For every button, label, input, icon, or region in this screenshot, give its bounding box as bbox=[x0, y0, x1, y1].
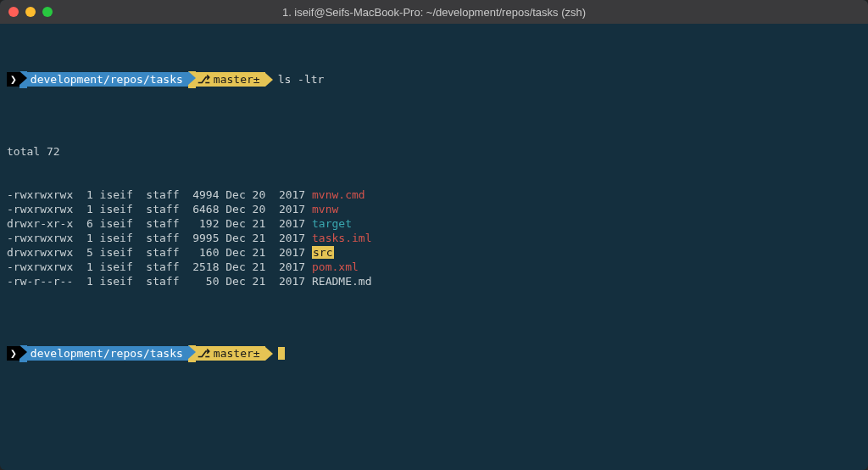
titlebar: 1. iseif@Seifs-MacBook-Pro: ~/developmen… bbox=[0, 0, 868, 24]
list-row: drwxrwxrwx 5 iseif staff 160 Dec 21 2017… bbox=[7, 245, 861, 260]
branch-segment: ⎇master± bbox=[196, 346, 265, 361]
file-meta: drwxr-xr-x 6 iseif staff 192 Dec 21 2017 bbox=[7, 217, 312, 230]
list-row: -rwxrwxrwx 1 iseif staff 2518 Dec 21 201… bbox=[7, 260, 861, 274]
prompt-line-2: ❯ development/repos/tasks ⎇master± bbox=[7, 346, 861, 361]
window-title: 1. iseif@Seifs-MacBook-Pro: ~/developmen… bbox=[282, 6, 586, 19]
path-segment: development/repos/tasks bbox=[27, 72, 188, 87]
git-branch-icon: ⎇ bbox=[198, 72, 210, 87]
prompt-arrow-icon: ❯ bbox=[7, 346, 19, 361]
file-name: src bbox=[312, 246, 333, 259]
file-listing: -rwxrwxrwx 1 iseif staff 4994 Dec 20 201… bbox=[7, 187, 861, 288]
terminal-body[interactable]: ❯ development/repos/tasks ⎇master±ls -lt… bbox=[0, 24, 868, 470]
file-meta: -rwxrwxrwx 1 iseif staff 9995 Dec 21 201… bbox=[7, 232, 312, 244]
prompt-line-1: ❯ development/repos/tasks ⎇master±ls -lt… bbox=[7, 72, 861, 87]
list-row: -rwxrwxrwx 1 iseif staff 4994 Dec 20 201… bbox=[7, 187, 861, 202]
list-row: -rwxrwxrwx 1 iseif staff 6468 Dec 20 201… bbox=[7, 202, 861, 216]
arrow-sep-icon bbox=[265, 347, 273, 361]
branch-label: master± bbox=[214, 72, 260, 87]
arrow-sep-icon bbox=[265, 73, 273, 87]
file-name: tasks.iml bbox=[312, 232, 371, 244]
file-name: README.md bbox=[312, 275, 371, 288]
file-meta: -rwxrwxrwx 1 iseif staff 6468 Dec 20 201… bbox=[7, 203, 312, 215]
list-row: -rwxrwxrwx 1 iseif staff 9995 Dec 21 201… bbox=[7, 231, 861, 245]
command-text: ls -ltr bbox=[273, 72, 325, 87]
prompt-arrow-icon: ❯ bbox=[7, 72, 19, 87]
file-name: mvnw.cmd bbox=[312, 188, 365, 201]
close-icon[interactable] bbox=[8, 7, 19, 17]
maximize-icon[interactable] bbox=[42, 7, 53, 17]
path-text: development/repos/tasks bbox=[31, 72, 183, 87]
branch-segment: ⎇master± bbox=[196, 72, 265, 87]
arrow-sep-icon bbox=[19, 345, 27, 362]
file-name: pom.xml bbox=[312, 260, 359, 273]
file-meta: -rwxrwxrwx 1 iseif staff 2518 Dec 21 201… bbox=[7, 260, 312, 273]
path-text: development/repos/tasks bbox=[31, 346, 183, 361]
minimize-icon[interactable] bbox=[25, 7, 36, 17]
file-name: mvnw bbox=[312, 203, 338, 215]
file-name: target bbox=[312, 217, 352, 230]
file-meta: -rw-r--r-- 1 iseif staff 50 Dec 21 2017 bbox=[7, 275, 312, 288]
git-branch-icon: ⎇ bbox=[198, 346, 210, 361]
file-meta: drwxrwxrwx 5 iseif staff 160 Dec 21 2017 bbox=[7, 246, 312, 259]
path-segment: development/repos/tasks bbox=[27, 346, 188, 361]
arrow-sep-icon bbox=[188, 345, 196, 362]
cursor bbox=[278, 347, 285, 360]
total-line: total 72 bbox=[7, 144, 861, 159]
terminal-window: 1. iseif@Seifs-MacBook-Pro: ~/developmen… bbox=[0, 0, 868, 470]
list-row: drwxr-xr-x 6 iseif staff 192 Dec 21 2017… bbox=[7, 216, 861, 231]
arrow-sep-icon bbox=[19, 71, 27, 88]
traffic-lights bbox=[8, 7, 53, 17]
arrow-sep-icon bbox=[188, 71, 196, 88]
branch-label: master± bbox=[214, 346, 260, 361]
file-meta: -rwxrwxrwx 1 iseif staff 4994 Dec 20 201… bbox=[7, 188, 312, 201]
list-row: -rw-r--r-- 1 iseif staff 50 Dec 21 2017 … bbox=[7, 274, 861, 288]
